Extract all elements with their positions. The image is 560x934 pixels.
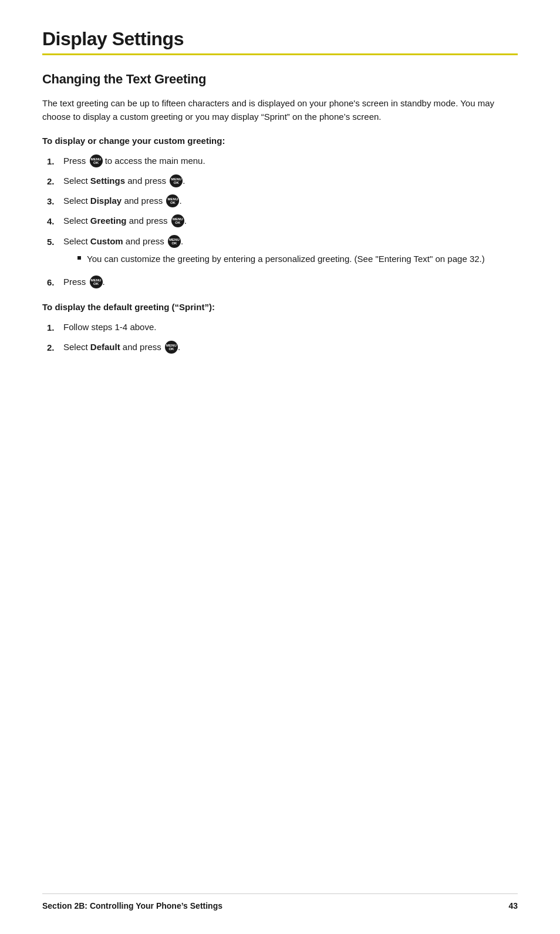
title-divider <box>42 53 518 55</box>
steps-list-2: 1. Follow steps 1-4 above. 2. Select Def… <box>42 320 518 355</box>
step-5-content: Select Custom and press MENU OK . You ca… <box>63 234 518 269</box>
step-6: 6. Press MENU OK . <box>42 275 518 289</box>
step-2-content: Select Settings and press MENU OK . <box>63 174 518 188</box>
step-5-bullets: You can customize the greeting by enteri… <box>73 252 518 266</box>
bullet-square-icon <box>77 256 81 260</box>
step-2-bold: Settings <box>90 176 125 186</box>
step-5-bullet-text: You can customize the greeting by enteri… <box>87 252 485 266</box>
subsection1-heading: To display or change your custom greetin… <box>42 136 518 146</box>
step-2: 2. Select Settings and press MENU OK . <box>42 174 518 188</box>
section-title: Changing the Text Greeting <box>42 72 518 87</box>
step-s2-2-bold: Default <box>90 342 120 352</box>
step-3-content: Select Display and press MENU OK . <box>63 194 518 208</box>
menu-ok-icon-1: MENU OK <box>90 154 103 167</box>
step-5: 5. Select Custom and press MENU OK . You… <box>42 234 518 269</box>
step-1-content: Press MENU OK to access the main menu. <box>63 154 518 168</box>
step-5-bullet-1: You can customize the greeting by enteri… <box>73 252 518 266</box>
step-1-number: 1. <box>47 154 63 168</box>
step-s2-2-number: 2. <box>47 340 63 354</box>
step-s2-1-content: Follow steps 1-4 above. <box>63 320 518 334</box>
step-4-number: 4. <box>47 214 63 228</box>
step-3: 3. Select Display and press MENU OK . <box>42 194 518 208</box>
step-4-bold: Greeting <box>90 216 127 226</box>
subsection2-heading: To display the default greeting (“Sprint… <box>42 302 518 312</box>
page-title: Display Settings <box>42 28 518 50</box>
step-s2-1: 1. Follow steps 1-4 above. <box>42 320 518 334</box>
menu-ok-icon-4: MENU OK <box>171 214 184 227</box>
menu-ok-icon-2: MENU OK <box>170 174 183 187</box>
steps-list-1: 1. Press MENU OK to access the main menu… <box>42 154 518 290</box>
subsection2: To display the default greeting (“Sprint… <box>42 302 518 355</box>
intro-text: The text greeting can be up to fifteen c… <box>42 96 518 124</box>
step-s2-2-content: Select Default and press MENU OK . <box>63 340 518 354</box>
step-5-bold: Custom <box>90 236 123 246</box>
step-3-number: 3. <box>47 194 63 208</box>
footer-page-number: 43 <box>508 901 518 911</box>
step-4: 4. Select Greeting and press MENU OK . <box>42 214 518 228</box>
step-1: 1. Press MENU OK to access the main menu… <box>42 154 518 168</box>
page-footer: Section 2B: Controlling Your Phone’s Set… <box>42 893 518 911</box>
step-s2-2: 2. Select Default and press MENU OK . <box>42 340 518 354</box>
footer-left-text: Section 2B: Controlling Your Phone’s Set… <box>42 901 222 911</box>
menu-ok-icon-3: MENU OK <box>166 194 179 207</box>
step-4-content: Select Greeting and press MENU OK . <box>63 214 518 228</box>
step-6-content: Press MENU OK . <box>63 275 518 289</box>
step-s2-1-number: 1. <box>47 320 63 334</box>
menu-ok-icon-s2: MENU OK <box>165 341 178 354</box>
step-5-number: 5. <box>47 234 63 248</box>
menu-ok-icon-6: MENU OK <box>90 276 103 288</box>
menu-ok-icon-5: MENU OK <box>168 235 181 248</box>
page-container: Display Settings Changing the Text Greet… <box>0 0 560 410</box>
step-2-number: 2. <box>47 174 63 188</box>
step-6-number: 6. <box>47 275 63 289</box>
step-3-bold: Display <box>90 196 122 206</box>
